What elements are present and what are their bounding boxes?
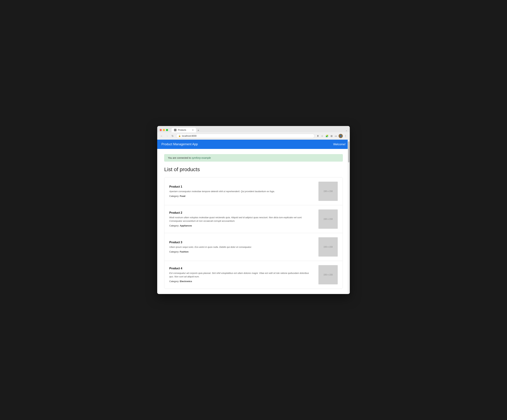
products-container: Product 1 Aperiam consequatur molestiae … [164,177,343,289]
product-info: Product 3 Ullam ipsum sequi iusto. Eos a… [169,241,313,253]
connection-message: You are connected to [168,156,192,159]
address-bar[interactable]: 🔒 localhost:8000 [176,134,315,138]
scrollbar[interactable] [348,140,350,294]
grid-button[interactable]: ⊞ [330,134,333,138]
category-value: Appliances [180,224,192,227]
product-info: Product 2 Modi nostrum ullam voluptas mo… [169,211,313,227]
product-name: Product 2 [169,211,313,214]
product-description: Modi nostrum ullam voluptas molestiae qu… [169,216,313,223]
image-placeholder: 150 x 150 [324,273,333,276]
product-image: 150 x 150 [318,265,338,284]
product-info: Product 4 Est consequatur ad corporis qu… [169,267,313,283]
page-heading: List of products [164,166,343,172]
toolbar-actions: ⬆ ☆ 🧩 ⊞ ▭ 👤 ⋮ [316,134,347,138]
refresh-button[interactable]: ↻ [171,134,174,138]
app-header: Product Management App Welcome! [157,140,350,149]
product-item: Product 1 Aperiam consequatur molestiae … [164,177,343,205]
product-item: Product 3 Ullam ipsum sequi iusto. Eos a… [164,233,343,261]
minimize-button[interactable] [163,129,165,131]
product-category: Category: Electronics [169,280,313,283]
category-value: Food [180,195,185,197]
product-name: Product 1 [169,185,313,188]
tab-bar: Products ✕ + ⌄ [172,128,347,132]
product-category: Category: Food [169,195,313,197]
product-description: Aperiam consequatur molestiae tempore de… [169,190,313,193]
product-image: 150 x 150 [318,237,338,257]
user-initials: 👤 [340,135,342,137]
new-tab-button[interactable]: + [196,129,200,132]
address-url: localhost:8000 [182,135,197,137]
active-tab[interactable]: Products ✕ [172,128,196,132]
maximize-button[interactable] [166,129,168,131]
forward-button[interactable]: → [165,134,169,138]
address-lock-icon: 🔒 [178,135,181,137]
sidebar-button[interactable]: ▭ [334,134,338,138]
category-label: Category: [169,224,179,227]
browser-window: Products ✕ + ⌄ ← → ↻ 🔒 localhost:8000 ⬆ … [157,126,350,294]
product-name: Product 3 [169,241,313,244]
product-image: 150 x 150 [318,210,338,229]
connection-db: symfony-example [192,156,211,159]
tab-chevron-icon: ⌄ [345,129,347,132]
product-description: Ullam ipsum sequi iusto. Eos animi in qu… [169,245,313,249]
back-button[interactable]: ← [160,134,163,138]
app-welcome: Welcome! [333,143,345,146]
user-avatar[interactable]: 👤 [338,134,343,138]
product-item: Product 4 Est consequatur ad corporis qu… [164,261,343,289]
app-content: Product Management App Welcome! You are … [157,140,350,294]
close-button[interactable] [160,129,162,131]
browser-toolbar: ← → ↻ 🔒 localhost:8000 ⬆ ☆ 🧩 ⊞ ▭ 👤 ⋮ [157,132,350,140]
browser-titlebar: Products ✕ + ⌄ [157,126,350,132]
share-button[interactable]: ⬆ [316,134,319,138]
bookmark-button[interactable]: ☆ [321,134,324,138]
product-description: Est consequatur ad corporis quia placeat… [169,271,313,278]
menu-button[interactable]: ⋮ [344,134,347,138]
tab-favicon [174,129,176,131]
category-value: Electronics [180,280,192,283]
product-image: 150 x 150 [318,182,338,201]
product-category: Category: Appliances [169,224,313,227]
extensions-button[interactable]: 🧩 [325,134,329,138]
product-info: Product 1 Aperiam consequatur molestiae … [169,185,313,198]
product-item: Product 2 Modi nostrum ullam voluptas mo… [164,205,343,233]
scrollbar-thumb[interactable] [348,141,349,162]
product-category: Category: Fashion [169,250,313,253]
traffic-lights [160,129,168,131]
app-body: You are connected to symfony-example Lis… [157,149,350,294]
tab-close-icon[interactable]: ✕ [192,129,194,131]
image-placeholder: 150 x 150 [324,246,333,248]
image-placeholder: 150 x 150 [324,190,333,193]
product-name: Product 4 [169,267,313,270]
connection-banner: You are connected to symfony-example [164,154,343,161]
app-title: Product Management App [162,142,198,146]
tab-title: Products [178,129,186,131]
category-label: Category: [169,280,179,283]
browser-content-wrapper: Product Management App Welcome! You are … [157,140,350,294]
category-label: Category: [169,250,179,253]
image-placeholder: 150 x 150 [324,218,333,220]
category-label: Category: [169,195,179,197]
category-value: Fashion [180,250,189,253]
